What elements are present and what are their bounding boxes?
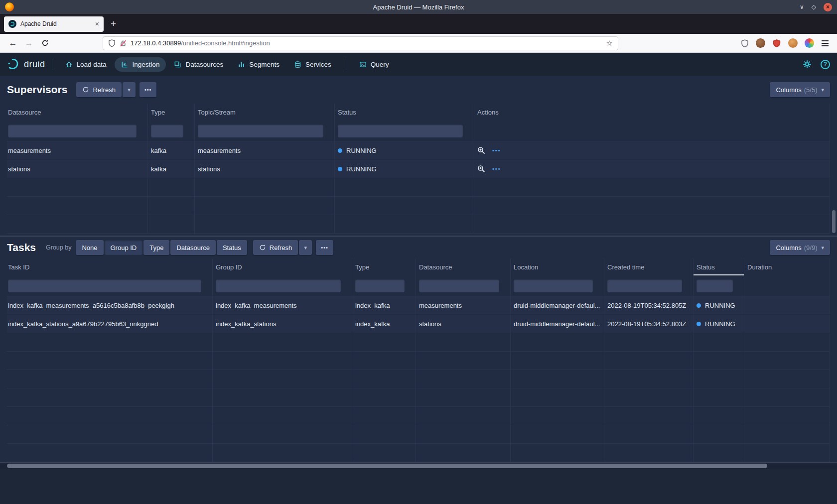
supervisor-row-stations[interactable]: stations kafka stations RUNNING ••• — [7, 160, 830, 178]
empty-cell — [511, 388, 604, 406]
col-header-status[interactable]: Status — [335, 104, 474, 121]
refresh-label: Refresh — [270, 244, 292, 252]
col-header-location[interactable]: Location — [511, 258, 604, 275]
empty-cell — [511, 425, 604, 443]
topic-stream-filter-input[interactable] — [198, 125, 323, 137]
supervisor-row-measurements[interactable]: measurements kafka measurements RUNNING … — [7, 141, 830, 160]
tasks-refresh-cluster: Refresh ▾ — [253, 240, 312, 255]
tasks-columns-button[interactable]: Columns (9/9) ▾ — [770, 240, 830, 255]
col-header-actions[interactable]: Actions — [474, 104, 830, 121]
url-bar[interactable]: 172.18.0.4:30899/unified-console.html#in… — [103, 36, 618, 50]
extension-avatar-icon-1[interactable] — [756, 38, 765, 48]
datasource-filter-input[interactable] — [8, 125, 137, 137]
location-filter-input[interactable] — [514, 279, 593, 292]
status-filter-input[interactable] — [338, 125, 463, 137]
group-id-filter-input[interactable] — [216, 279, 341, 292]
shield-icon[interactable] — [108, 39, 116, 47]
horizontal-scrollbar[interactable] — [0, 462, 837, 469]
nav-item-services[interactable]: Services — [287, 57, 338, 72]
group-by-none-button[interactable]: None — [76, 240, 103, 255]
window-minimize-button[interactable]: ∨ — [800, 4, 804, 10]
col-header-group-id[interactable]: Group ID — [213, 258, 352, 275]
empty-cell — [511, 352, 604, 370]
forward-button[interactable]: → — [21, 36, 37, 51]
status-filter-input[interactable] — [697, 279, 733, 292]
created-time-filter-input[interactable] — [607, 279, 682, 292]
tasks-refresh-dropdown-button[interactable]: ▾ — [299, 240, 312, 255]
col-header-task-id[interactable]: Task ID — [7, 258, 213, 275]
vertical-scrollbar-thumb[interactable] — [832, 210, 836, 233]
magnifier-zoom-icon[interactable] — [477, 165, 485, 173]
supervisors-columns-button[interactable]: Columns (5/5) ▾ — [770, 82, 830, 97]
col-header-status-sorted[interactable]: Status — [694, 258, 744, 275]
empty-cell — [694, 407, 744, 425]
empty-cell — [213, 388, 352, 406]
empty-cell — [7, 197, 148, 215]
empty-cell — [148, 178, 195, 196]
task-row-measurements[interactable]: index_kafka_measurements_a5616c5ba8afb8b… — [7, 296, 830, 315]
datasource-filter-input[interactable] — [419, 279, 499, 292]
bookmark-star-icon[interactable]: ☆ — [606, 39, 613, 48]
settings-gear-icon[interactable] — [803, 60, 812, 69]
new-tab-button[interactable]: + — [111, 18, 116, 29]
group-by-type-button[interactable]: Type — [143, 240, 169, 255]
window-controls: ∨ ◇ × — [800, 0, 832, 14]
druid-logo-icon — [7, 59, 20, 70]
empty-cell — [511, 333, 604, 351]
window-maximize-button[interactable]: ◇ — [812, 4, 816, 10]
col-header-duration[interactable]: Duration — [744, 258, 830, 275]
extension-avatar-icon-2[interactable] — [788, 38, 798, 48]
task-id-filter-input[interactable] — [8, 279, 201, 292]
magnifier-zoom-icon[interactable] — [477, 146, 485, 154]
supervisors-refresh-dropdown-button[interactable]: ▾ — [123, 82, 136, 97]
cell-datasource: stations — [416, 315, 511, 333]
empty-cell — [416, 444, 511, 462]
supervisors-more-button[interactable]: ••• — [140, 82, 157, 97]
type-filter-input[interactable] — [151, 125, 183, 137]
col-header-type[interactable]: Type — [148, 104, 195, 121]
nav-item-load-data[interactable]: Load data — [59, 57, 113, 72]
group-by-group-id-button[interactable]: Group ID — [105, 240, 143, 255]
col-header-created-time[interactable]: Created time — [604, 258, 694, 275]
reload-button[interactable] — [37, 36, 53, 51]
extension-pinwheel-icon[interactable] — [805, 38, 814, 48]
group-by-status-button[interactable]: Status — [217, 240, 247, 255]
tab-apache-druid[interactable]: Apache Druid × — [4, 16, 104, 32]
help-icon[interactable]: ? — [821, 60, 830, 69]
query-icon — [359, 61, 367, 68]
horizontal-scrollbar-thumb[interactable] — [7, 464, 767, 468]
nav-item-ingestion[interactable]: Ingestion — [115, 57, 166, 72]
tasks-more-button[interactable]: ••• — [316, 240, 333, 255]
nav-item-query[interactable]: Query — [353, 57, 396, 72]
empty-cell — [604, 370, 694, 388]
nav-item-segments[interactable]: Segments — [231, 57, 286, 72]
supervisors-header-row: Datasource Type Topic/Stream Status Acti… — [7, 104, 830, 121]
nav-item-datasources[interactable]: Datasources — [167, 57, 230, 72]
caret-down-icon: ▾ — [821, 245, 824, 251]
type-filter-input[interactable] — [355, 279, 405, 292]
tab-close-icon[interactable]: × — [95, 20, 99, 28]
tasks-header-row: Task ID Group ID Type Datasource Locatio… — [7, 258, 830, 275]
col-header-datasource[interactable]: Datasource — [7, 104, 148, 121]
extension-shield-icon[interactable] — [741, 39, 749, 47]
druid-logo[interactable]: druid — [7, 59, 45, 70]
col-header-datasource[interactable]: Datasource — [416, 258, 511, 275]
row-actions-more-icon[interactable]: ••• — [492, 166, 501, 172]
back-button[interactable]: ← — [5, 36, 21, 51]
row-actions-more-icon[interactable]: ••• — [492, 147, 501, 153]
tasks-refresh-button[interactable]: Refresh — [253, 240, 298, 255]
ublock-origin-icon[interactable] — [772, 39, 781, 48]
empty-cell — [604, 444, 694, 462]
cell-group-id: index_kafka_stations — [213, 315, 352, 333]
col-header-topic-stream[interactable]: Topic/Stream — [195, 104, 335, 121]
task-row-stations[interactable]: index_kafka_stations_a9a679b22795b63_nnk… — [7, 315, 830, 333]
insecure-lock-icon[interactable] — [120, 40, 127, 47]
empty-cell — [352, 370, 416, 388]
group-by-datasource-button[interactable]: Datasource — [170, 240, 215, 255]
supervisors-refresh-button[interactable]: Refresh — [76, 82, 122, 97]
empty-cell — [7, 333, 213, 351]
cell-status: RUNNING — [694, 315, 744, 333]
hamburger-menu-icon[interactable] — [821, 40, 829, 47]
window-close-button[interactable]: × — [824, 3, 832, 11]
col-header-type[interactable]: Type — [352, 258, 416, 275]
